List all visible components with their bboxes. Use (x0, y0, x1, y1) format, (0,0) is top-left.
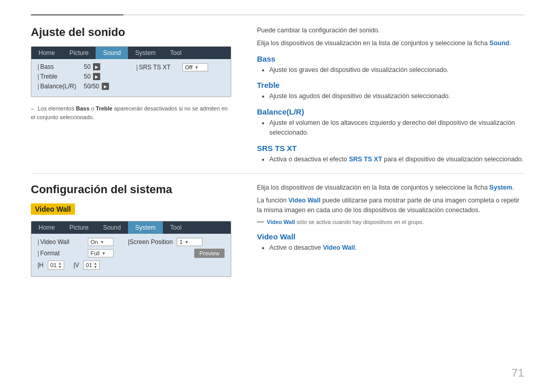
h-stepper-value: 01 (50, 262, 57, 268)
sound-section-title: Ajuste del sonido (31, 26, 231, 39)
treble-body-item: Ajuste los agudos del dispositivo de vis… (269, 91, 524, 101)
sound-intro-2: Elija los dispositivos de visualización … (257, 39, 524, 48)
treble-arrow[interactable]: ▶ (93, 73, 100, 80)
system-tab-system[interactable]: System (128, 221, 163, 234)
bass-subsection-title: Bass (257, 54, 524, 63)
format-label: Format (38, 250, 84, 257)
system-panel: Home Picture Sound System Tool Video Wal… (31, 221, 231, 277)
srs-select-arrow-icon: ▼ (194, 65, 198, 70)
system-section-title: Configuración del sistema (31, 183, 231, 196)
v-stepper-value: 01 (86, 262, 92, 268)
note-treble-bold: Treble (96, 105, 112, 111)
videowall-body-suffix: . (355, 244, 357, 251)
srs-subsection-title: SRS TS XT (257, 144, 524, 153)
balance-label: Balance(L/R) (38, 83, 84, 90)
bass-subsection-body: Ajuste los graves del dispositivo de vis… (257, 65, 524, 75)
h-stepper-up-icon[interactable]: ▲ (58, 262, 62, 265)
srs-select[interactable]: Off ▼ (182, 63, 208, 71)
system-intro-1: Elija los dispositivos de visualización … (257, 183, 524, 193)
videowall-select-arrow-icon: ▼ (100, 240, 104, 245)
system-intro-1-period: . (512, 184, 514, 191)
sound-row-balance: Balance(L/R) 50/50 ▶ (38, 83, 126, 90)
treble-subsection-title: Treble (257, 81, 524, 89)
note-bass-bold: Bass (76, 105, 89, 111)
sound-tab-picture[interactable]: Picture (62, 47, 96, 59)
bass-body-item: Ajuste los graves del dispositivo de vis… (269, 65, 524, 75)
sound-panel-body: Bass 50 ▶ Treble 50 ▶ Balance(L/R) (31, 59, 231, 97)
screen-position-label: |Screen Position (128, 238, 173, 246)
sound-panel-tabs: Home Picture Sound System Tool (31, 47, 231, 59)
system-intro-2-prefix: La función (257, 197, 287, 204)
system-note-rest: sólo se activa cuando hay dispositivos e… (297, 219, 424, 225)
h-stepper[interactable]: 01 ▲ ▼ (48, 260, 64, 270)
balance-subsection-title: Balance(L/R) (257, 107, 524, 116)
videowall-subsection-title: Video Wall (257, 232, 524, 241)
top-decorative-line (31, 14, 524, 15)
format-select-arrow-icon: ▼ (102, 251, 106, 256)
sound-right-col: Puede cambiar la configuración del sonid… (247, 26, 524, 164)
system-tab-picture[interactable]: Picture (62, 221, 96, 234)
system-intro-1-text: Elija los dispositivos de visualización … (257, 184, 488, 191)
sound-section-area: Ajuste del sonido Home Picture Sound Sys… (31, 26, 524, 164)
videowall-select[interactable]: On ▼ (88, 238, 114, 246)
balance-value: 50/50 (84, 83, 99, 90)
system-intro-2: La función Video Wall puede utilizarse p… (257, 196, 524, 215)
treble-label: Treble (38, 73, 84, 80)
screen-position-select[interactable]: 1 ▼ (177, 238, 202, 246)
videowall-body-item: Active o desactive Video Wall. (269, 243, 524, 253)
sound-row-bass: Bass 50 ▶ (38, 63, 126, 70)
videowall-subsection-body: Active o desactive Video Wall. (257, 243, 524, 253)
system-tab-tool[interactable]: Tool (163, 221, 189, 234)
balance-body-item: Ajuste el volumen de los altavoces izqui… (269, 118, 524, 138)
balance-arrow[interactable]: ▶ (102, 83, 109, 90)
h-label: |H (38, 262, 44, 269)
system-note-link: Video Wall (267, 219, 295, 225)
format-select[interactable]: Full ▼ (88, 249, 114, 257)
system-panel-body: Video Wall On ▼ |Screen Position 1 ▼ (31, 234, 231, 276)
sound-intro-2-text: Elija los dispositivos de visualización … (257, 40, 489, 47)
v-stepper-up-icon[interactable]: ▲ (94, 262, 97, 265)
dash-line-icon (257, 221, 264, 222)
system-left-col: Configuración del sistema Video Wall Hom… (31, 183, 247, 284)
videowall-body-link: Video Wall (323, 244, 355, 251)
sound-intro-2-link: Sound (489, 40, 509, 47)
srs-body-link: SRS TS XT (349, 156, 382, 163)
sound-row-srs: SRS TS XT Off ▼ (136, 63, 225, 71)
page-number: 71 (512, 366, 524, 380)
system-note: Video Wall sólo se activa cuando hay dis… (257, 218, 524, 226)
v-stepper[interactable]: 01 ▲ ▼ (83, 260, 100, 270)
treble-subsection-body: Ajuste los agudos del dispositivo de vis… (257, 91, 524, 101)
bass-arrow[interactable]: ▶ (93, 63, 100, 70)
videowall-select-value: On (90, 239, 98, 245)
system-panel-tabs: Home Picture Sound System Tool (31, 221, 231, 234)
preview-button[interactable]: Preview (194, 249, 225, 258)
system-intro-2-link: Video Wall (288, 197, 321, 204)
h-stepper-arrows: ▲ ▼ (58, 262, 62, 269)
format-select-value: Full (90, 250, 100, 256)
bass-value: 50 (84, 63, 90, 70)
system-section-area: Configuración del sistema Video Wall Hom… (31, 183, 524, 284)
srs-label: SRS TS XT (136, 64, 182, 71)
video-wall-badge: Video Wall (31, 203, 75, 215)
v-label: |V (73, 262, 79, 269)
sound-tab-system[interactable]: System (128, 47, 163, 59)
srs-subsection-body: Activa o desactiva el efecto SRS TS XT p… (257, 155, 524, 164)
v-stepper-down-icon[interactable]: ▼ (94, 265, 97, 269)
sound-tab-tool[interactable]: Tool (163, 47, 189, 59)
sound-tab-sound[interactable]: Sound (96, 47, 128, 59)
h-stepper-down-icon[interactable]: ▼ (58, 265, 62, 269)
system-tab-sound[interactable]: Sound (96, 221, 128, 234)
sound-row-treble: Treble 50 ▶ (38, 73, 126, 80)
bass-label: Bass (38, 63, 84, 70)
system-right-col: Elija los dispositivos de visualización … (247, 183, 524, 284)
system-row-hv: |H 01 ▲ ▼ |V 01 ▲ (38, 260, 225, 270)
videowall-body-prefix: Active o desactive (269, 244, 321, 251)
srs-body-suffix: para el dispositivo de visualización sel… (384, 156, 524, 163)
system-row-videowall: Video Wall On ▼ |Screen Position 1 ▼ (38, 238, 225, 246)
system-note-content: Video Wall sólo se activa cuando hay dis… (267, 218, 424, 226)
system-tab-home[interactable]: Home (31, 221, 62, 234)
system-row-format: Format Full ▼ Preview (38, 249, 225, 258)
srs-select-value: Off (185, 64, 192, 70)
srs-body-prefix: Activa o desactiva el efecto (269, 156, 347, 163)
sound-tab-home[interactable]: Home (31, 47, 62, 59)
